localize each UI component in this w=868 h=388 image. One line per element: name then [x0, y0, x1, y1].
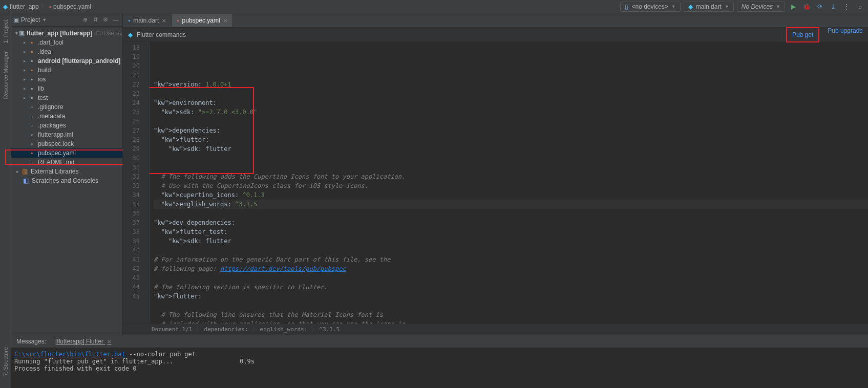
folder-icon: ▣: [13, 16, 19, 24]
flutter-commands-banner: ◆ Flutter commands Pub get Pub upgrade: [123, 28, 868, 42]
running-label: Running "flutter pub get" in flutter_app…: [14, 358, 240, 365]
run-config-selector[interactable]: ◆ main.dart ▼: [684, 2, 734, 12]
crumb-val[interactable]: ^3.1.5: [319, 326, 340, 333]
doc-position: Document 1/1: [152, 326, 192, 333]
code-line[interactable]: # The following adds the Cupertino Icons…: [154, 172, 868, 181]
messages-tab[interactable]: Messages:: [14, 337, 48, 346]
attach-button[interactable]: ⤓: [828, 2, 838, 12]
code-line[interactable]: # Use with the CupertinoIcons class for …: [154, 181, 868, 190]
code-line[interactable]: "kw">sdk: ">=2.7.0 <3.0.0": [154, 107, 868, 117]
elapsed-label: 0,9s: [240, 358, 255, 365]
close-icon[interactable]: ✕: [223, 18, 227, 24]
code-line[interactable]: "kw">sdk: flutter: [154, 236, 868, 246]
editor-area: ▪main.dart✕▪pubspec.yaml✕ ◆ Flutter comm…: [123, 13, 868, 335]
hide-icon[interactable]: —: [111, 15, 120, 25]
code-line[interactable]: "kw">flutter:: [154, 135, 868, 144]
flutter-icon: ◆: [688, 3, 693, 10]
code-line[interactable]: [154, 117, 868, 126]
collapse-icon[interactable]: ⇵: [91, 15, 100, 25]
tree-item-darttool[interactable]: ▸▪.dart_tool: [11, 38, 122, 47]
crumb-key[interactable]: english_words:: [260, 326, 308, 333]
tree-item-ios[interactable]: ▸▪ios: [11, 75, 122, 84]
project-tool-tab[interactable]: 1: Project: [3, 19, 9, 43]
tree-item-lib[interactable]: ▸▪lib: [11, 84, 122, 93]
code-area[interactable]: "kw">version: 1.0.0+1 "kw">environment: …: [150, 42, 868, 324]
project-tree[interactable]: ▼▣flutter_app [flutterapp]C:\Users\Julia…: [11, 27, 122, 335]
debug-button[interactable]: 🐞: [801, 2, 812, 12]
chevron-down-icon: ▼: [671, 4, 676, 9]
code-line[interactable]: [154, 246, 868, 255]
flutter-messages-tab[interactable]: [flutterapp] Flutter ✕: [53, 337, 113, 346]
breadcrumb-file-label: pubspec.yaml: [53, 3, 91, 10]
profile-button[interactable]: ⟳: [815, 2, 825, 12]
code-line[interactable]: "kw">english_words: ^3.1.5: [154, 200, 868, 209]
code-line[interactable]: [154, 209, 868, 218]
cmd-args: --no-color pub get: [125, 351, 196, 358]
tree-item-readmemd[interactable]: ▫README.md: [11, 158, 122, 167]
tree-item-gitignore[interactable]: ▫.gitignore: [11, 102, 122, 112]
structure-tab[interactable]: 7: Structure: [3, 347, 9, 376]
code-line[interactable]: # included with your application, so tha…: [154, 319, 868, 324]
code-line[interactable]: # For information on the generic Dart pa…: [154, 255, 868, 264]
breadcrumb-app[interactable]: ◆ flutter_app: [3, 3, 39, 10]
locate-icon[interactable]: ⊕: [80, 15, 90, 25]
code-line[interactable]: [154, 273, 868, 283]
run-button[interactable]: ▶: [788, 2, 798, 12]
resource-manager-tab[interactable]: Resource Manager: [3, 51, 9, 99]
code-line[interactable]: [154, 154, 868, 163]
tree-item-test[interactable]: ▸▪test: [11, 93, 122, 102]
editor-breadcrumb: Document 1/1 〉 dependencies: 〉 english_w…: [123, 324, 868, 335]
tree-item-android[interactable]: ▸▪android [flutterapp_android]: [11, 56, 122, 66]
no-devices-selector[interactable]: No Devices ▼: [737, 2, 785, 12]
code-line[interactable]: # The following line ensures that the Ma…: [154, 310, 868, 319]
code-line[interactable]: "kw">flutter_test:: [154, 227, 868, 236]
messages-tabs: Messages: [flutterapp] Flutter ✕: [0, 335, 868, 348]
pub-get-link[interactable]: Pub get: [786, 27, 819, 42]
tree-item-idea[interactable]: ▸▪.idea: [11, 47, 122, 56]
settings-icon[interactable]: ⚙: [101, 15, 110, 25]
tree-root[interactable]: ▼▣flutter_app [flutterapp]C:\Users\Julia: [11, 29, 122, 38]
tree-item-pubspeclock[interactable]: ▫pubspec.lock: [11, 139, 122, 148]
editor-tabs: ▪main.dart✕▪pubspec.yaml✕: [123, 13, 868, 28]
code-line[interactable]: # following page: https://dart.dev/tools…: [154, 264, 868, 273]
top-nav: ◆ flutter_app 〉 ▪ pubspec.yaml ▯ <no dev…: [0, 0, 868, 13]
scratches-consoles[interactable]: ◧Scratches and Consoles: [11, 176, 122, 185]
breadcrumb-file[interactable]: ▪ pubspec.yaml: [49, 3, 91, 10]
code-line[interactable]: [154, 163, 868, 172]
editor-tab-maindart[interactable]: ▪main.dart✕: [123, 14, 172, 27]
code-line[interactable]: "kw">dependencies:: [154, 126, 868, 135]
search-icon[interactable]: ⌕: [855, 2, 865, 12]
crumb-dep[interactable]: dependencies:: [204, 326, 248, 333]
code-line[interactable]: "kw">flutter:: [154, 292, 868, 301]
flutter-icon: ◆: [3, 3, 8, 10]
tree-item-flutterappiml[interactable]: ▫flutterapp.iml: [11, 130, 122, 139]
editor-body: 1819202122232425262728293031323334353637…: [123, 42, 868, 324]
pub-upgrade-link[interactable]: Pub upgrade: [828, 27, 863, 42]
code-line[interactable]: [154, 89, 868, 98]
code-line[interactable]: "kw">cupertino_icons: ^0.1.3: [154, 190, 868, 200]
device-selector[interactable]: ▯ <no devices> ▼: [620, 2, 680, 12]
code-line[interactable]: # The following section is specific to F…: [154, 283, 868, 292]
code-line[interactable]: "kw">environment:: [154, 98, 868, 107]
project-sidebar: ▣ Project ▼ ⊕ ⇵ ⚙ — ▼▣flutter_app [flutt…: [11, 13, 123, 335]
flutter-path-link[interactable]: C:\src\flutter\bin\flutter.bat: [14, 351, 125, 358]
chevron-down-icon: ▼: [725, 4, 729, 9]
tree-item-packages[interactable]: ▫.packages: [11, 121, 122, 130]
external-libraries[interactable]: ▸▥External Libraries: [11, 167, 122, 176]
close-icon[interactable]: ✕: [162, 18, 166, 24]
tree-item-build[interactable]: ▸▪build: [11, 66, 122, 75]
code-line[interactable]: "kw">version: 1.0.0+1: [154, 80, 868, 89]
code-line[interactable]: "kw">sdk: flutter: [154, 144, 868, 154]
more-button[interactable]: ⋮: [841, 2, 852, 12]
editor-tab-pubspecyaml[interactable]: ▪pubspec.yaml✕: [172, 14, 232, 27]
tree-item-pubspecyaml[interactable]: ▪pubspec.yaml: [11, 148, 122, 158]
flutter-commands-label: Flutter commands: [137, 31, 186, 38]
project-view-selector[interactable]: ▣ Project ▼: [13, 16, 47, 24]
messages-body[interactable]: C:\src\flutter\bin\flutter.bat --no-colo…: [0, 348, 868, 388]
tree-item-metadata[interactable]: ▫.metadata: [11, 112, 122, 121]
close-icon[interactable]: ✕: [107, 339, 111, 344]
code-line[interactable]: "kw">dev_dependencies:: [154, 218, 868, 227]
chevron-right-icon: 〉: [196, 326, 202, 333]
device-label: <no devices>: [631, 3, 668, 10]
code-line[interactable]: [154, 301, 868, 310]
